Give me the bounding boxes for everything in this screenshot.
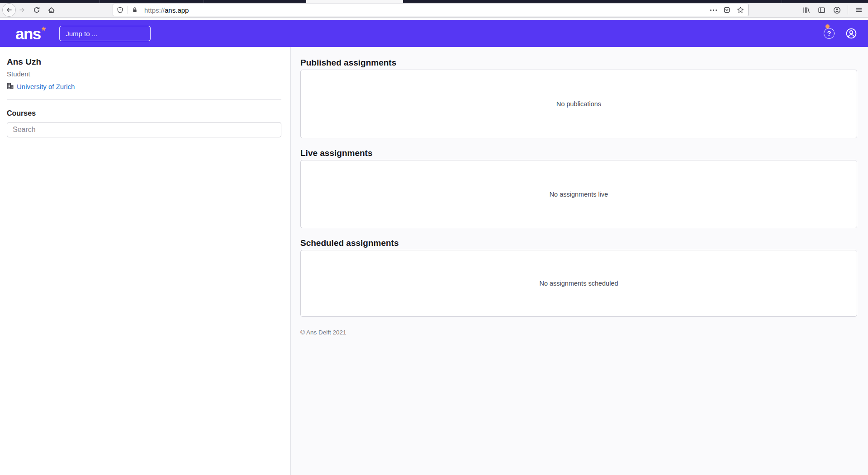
header-right-group: ? xyxy=(824,20,857,47)
browser-window: https://ans.app xyxy=(0,0,868,475)
help-icon: ? xyxy=(827,30,831,37)
ans-logo[interactable]: ans * xyxy=(15,26,46,41)
home-button[interactable] xyxy=(45,4,57,16)
sidebar-toggle-button[interactable] xyxy=(815,4,828,16)
shield-icon xyxy=(117,7,123,14)
building-icon xyxy=(7,82,14,91)
section-title-published: Published assignments xyxy=(300,56,857,69)
main-content: Published assignments No publications Li… xyxy=(291,47,868,475)
toolbar-separator xyxy=(848,5,848,14)
browser-toolbar: https://ans.app xyxy=(0,3,868,18)
tracking-protection-button[interactable] xyxy=(113,5,127,15)
published-assignments-panel: No publications xyxy=(300,70,857,138)
copyright-footer: © Ans Delft 2021 xyxy=(300,329,857,336)
forward-button[interactable] xyxy=(16,4,28,16)
back-icon xyxy=(5,6,13,14)
url-scheme: https:// xyxy=(144,6,165,14)
ans-logo-text: ans xyxy=(15,26,41,41)
courses-heading: Courses xyxy=(7,109,281,118)
tab-separator xyxy=(204,0,204,3)
user-name: Ans Uzh xyxy=(7,56,281,67)
user-role: Student xyxy=(7,70,281,78)
empty-state-text: No assignments scheduled xyxy=(539,280,618,287)
bookmark-star-button[interactable] xyxy=(734,5,747,15)
sidebar: Ans Uzh Student University of Zurich Cou… xyxy=(0,47,291,475)
url-host: ans.app xyxy=(165,6,189,14)
organization-link[interactable]: University of Zurich xyxy=(7,82,281,91)
page-body: Ans Uzh Student University of Zurich Cou… xyxy=(0,47,868,475)
section-title-live: Live assignments xyxy=(300,147,857,159)
lock-icon[interactable] xyxy=(129,5,141,15)
home-icon xyxy=(47,6,55,14)
bookmark-star-icon xyxy=(737,6,744,14)
sidebar-toggle-icon xyxy=(818,6,825,14)
reload-button[interactable] xyxy=(30,4,43,16)
active-tab[interactable] xyxy=(306,0,403,3)
page-actions-icon xyxy=(710,9,717,11)
profile-icon xyxy=(845,34,857,41)
page-actions-button[interactable] xyxy=(707,5,720,15)
help-button[interactable]: ? xyxy=(824,28,835,39)
ans-logo-asterisk: * xyxy=(42,26,46,35)
menu-button[interactable] xyxy=(853,4,865,16)
organization-name: University of Zurich xyxy=(17,83,75,91)
reload-icon xyxy=(33,6,40,14)
toolbar-right-group xyxy=(800,4,865,16)
tab-separator xyxy=(100,0,100,3)
library-button[interactable] xyxy=(800,4,812,16)
firefox-account-button[interactable] xyxy=(830,4,843,16)
notification-dot xyxy=(825,24,830,28)
pocket-icon xyxy=(723,6,730,14)
empty-state-text: No publications xyxy=(556,100,601,108)
course-search-input[interactable] xyxy=(7,122,281,137)
section-title-scheduled: Scheduled assignments xyxy=(300,237,857,249)
url-bar[interactable]: https://ans.app xyxy=(113,4,749,16)
live-assignments-panel: No assignments live xyxy=(300,160,857,228)
url-text[interactable]: https://ans.app xyxy=(144,6,189,14)
tab-separator xyxy=(782,0,782,3)
jump-to-input[interactable] xyxy=(59,26,151,41)
tab-strip xyxy=(0,0,868,3)
sidebar-divider xyxy=(7,99,281,100)
pocket-button[interactable] xyxy=(720,5,734,15)
empty-state-text: No assignments live xyxy=(550,191,608,198)
account-icon xyxy=(833,6,841,14)
menu-icon xyxy=(855,6,863,14)
library-icon xyxy=(802,6,810,14)
scheduled-assignments-panel: No assignments scheduled xyxy=(300,250,857,317)
forward-icon xyxy=(19,6,26,14)
app-header: ans * ? xyxy=(0,20,868,47)
back-button[interactable] xyxy=(2,3,16,17)
profile-button[interactable] xyxy=(845,28,857,39)
url-separator xyxy=(128,6,128,14)
